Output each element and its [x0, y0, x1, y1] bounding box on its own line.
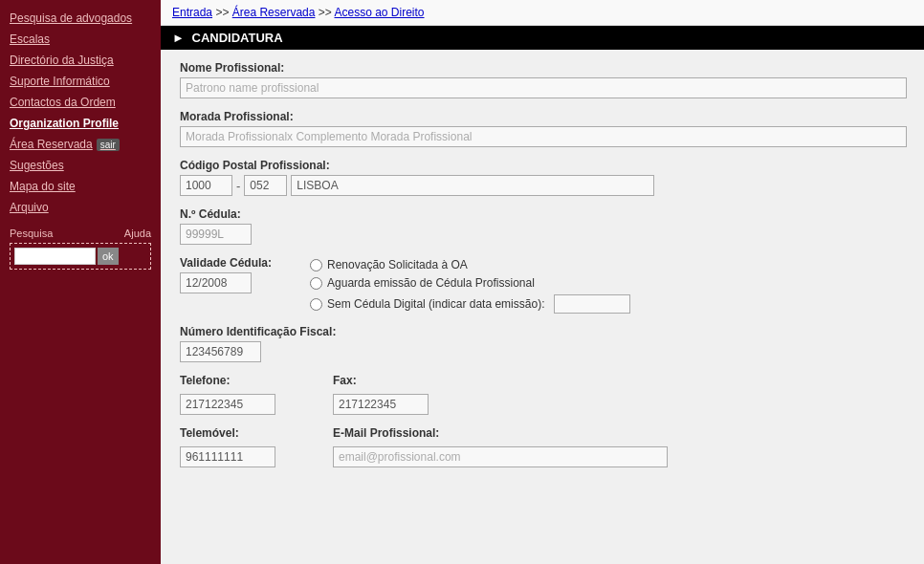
telemovel-input[interactable]	[180, 446, 275, 467]
validade-label: Validade Cédula:	[180, 256, 272, 270]
sidebar-item-pesquisa[interactable]: Pesquisa de advogados	[0, 8, 161, 29]
form-area: Nome Profissional: Morada Profissional: …	[161, 50, 924, 564]
nif-input[interactable]	[180, 341, 261, 362]
sidebar-item-arquivo[interactable]: Arquivo	[0, 197, 161, 218]
morada-row: Morada Profissional:	[180, 110, 905, 147]
fax-label: Fax:	[333, 374, 429, 387]
cedula-label: N.º Cédula:	[180, 207, 905, 221]
postal-input-2[interactable]	[244, 175, 287, 196]
radio-sem-cedula[interactable]: Sem Cédula Digital (indicar data emissão…	[310, 294, 630, 314]
sair-badge[interactable]: sair	[97, 139, 120, 151]
cedula-row: N.º Cédula:	[180, 207, 905, 245]
breadcrumb-acesso[interactable]: Acesso ao Direito	[334, 6, 424, 19]
nif-label: Número Identificação Fiscal:	[180, 325, 905, 338]
sidebar-item-area-reservada[interactable]: Área Reservada sair	[0, 134, 161, 155]
section-title: CANDIDATURA	[192, 31, 283, 45]
sidebar-item-orgprofile[interactable]: Organization Profile	[0, 113, 161, 134]
postal-label: Código Postal Profissional:	[180, 159, 905, 172]
fax-input[interactable]	[333, 394, 429, 415]
sidebar-item-directorio[interactable]: Directório da Justiça	[0, 50, 161, 71]
main-content: Entrada >> Área Reservada >> Acesso ao D…	[161, 0, 924, 564]
sidebar-search-button[interactable]: ok	[98, 248, 119, 265]
section-header: ► CANDIDATURA	[161, 26, 924, 50]
postal-input-1[interactable]	[180, 175, 232, 196]
sidebar-item-sugestoes[interactable]: Sugestões	[0, 155, 161, 176]
telefone-label: Telefone:	[180, 374, 275, 387]
sidebar-item-mapa[interactable]: Mapa do site	[0, 176, 161, 197]
telemovel-label: Telemóvel:	[180, 426, 275, 440]
sidebar-item-contactos[interactable]: Contactos da Ordem	[0, 92, 161, 113]
sem-cedula-date-input[interactable]	[554, 294, 630, 314]
nome-row: Nome Profissional:	[180, 61, 905, 98]
fax-col: Fax:	[333, 374, 429, 415]
morada-label: Morada Profissional:	[180, 110, 905, 123]
email-label: E-Mail Profissional:	[333, 426, 668, 440]
help-label: Ajuda	[124, 228, 151, 239]
postal-city-input[interactable]	[291, 175, 654, 196]
nif-row: Número Identificação Fiscal:	[180, 325, 905, 362]
radio-renovacao[interactable]: Renovação Solicitada à OA	[310, 258, 630, 271]
section-arrow: ►	[172, 31, 185, 45]
email-col: E-Mail Profissional:	[333, 426, 668, 467]
telemovel-email-row: Telemóvel: E-Mail Profissional:	[180, 426, 905, 467]
radio-aguarda[interactable]: Aguarda emissão de Cédula Profissional	[310, 276, 630, 290]
breadcrumb: Entrada >> Área Reservada >> Acesso ao D…	[161, 0, 924, 26]
telefone-input[interactable]	[180, 394, 275, 415]
telefone-col: Telefone:	[180, 374, 275, 415]
validade-input[interactable]	[180, 272, 252, 293]
cedula-input[interactable]	[180, 224, 252, 245]
morada-input[interactable]	[180, 126, 907, 147]
sidebar-item-escalas[interactable]: Escalas	[0, 29, 161, 50]
email-input[interactable]	[333, 446, 668, 467]
sidebar-item-suporte[interactable]: Suporte Informático	[0, 71, 161, 92]
sidebar: Pesquisa de advogados Escalas Directório…	[0, 0, 161, 564]
sidebar-search-input[interactable]	[14, 248, 96, 265]
breadcrumb-entrada[interactable]: Entrada	[172, 6, 212, 19]
nome-input[interactable]	[180, 77, 907, 98]
validade-radio-row: Validade Cédula: Renovação Solicitada à …	[180, 256, 905, 314]
nome-label: Nome Profissional:	[180, 61, 905, 75]
breadcrumb-area-reservada[interactable]: Área Reservada	[232, 6, 316, 19]
telemovel-col: Telemóvel:	[180, 426, 275, 467]
postal-row: Código Postal Profissional: -	[180, 159, 905, 196]
search-label: Pesquisa	[10, 228, 53, 239]
telefone-fax-row: Telefone: Fax:	[180, 374, 905, 415]
cedula-options: Renovação Solicitada à OA Aguarda emissã…	[310, 258, 630, 314]
